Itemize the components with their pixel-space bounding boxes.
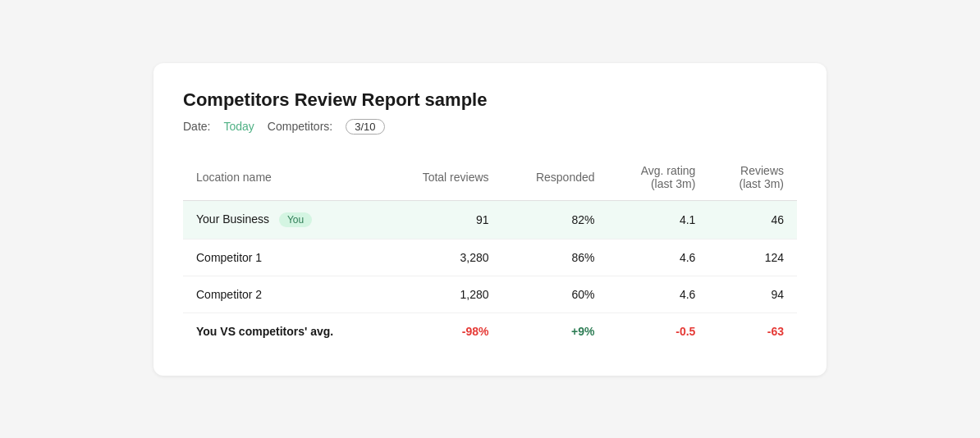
col-header-location: Location name — [183, 154, 387, 201]
cell-total-reviews: 1,280 — [387, 276, 502, 313]
cell-total-reviews: 91 — [387, 200, 502, 239]
table-row: Competitor 1 3,280 86% 4.6 124 — [183, 239, 797, 276]
cell-vs-responded: +9% — [502, 313, 608, 349]
col-header-total-reviews: Total reviews — [387, 154, 502, 201]
col-header-responded: Responded — [502, 154, 608, 201]
cell-responded: 86% — [502, 239, 608, 276]
vs-total-reviews-value: -98% — [462, 325, 489, 338]
cell-location: Competitor 1 — [183, 239, 387, 276]
cell-vs-reviews-last3m: -63 — [708, 313, 797, 349]
cell-total-reviews: 3,280 — [387, 239, 502, 276]
meta-row: Date: Today Competitors: 3/10 — [183, 119, 797, 135]
date-label: Date: — [183, 120, 210, 133]
cell-reviews-last3m: 46 — [708, 200, 797, 239]
report-card: Competitors Review Report sample Date: T… — [153, 63, 827, 376]
vs-reviews-last3m-value: -63 — [767, 325, 784, 338]
col-header-reviews-last3m: Reviews(last 3m) — [708, 154, 797, 201]
cell-avg-rating: 4.6 — [608, 276, 709, 313]
competitors-badge: 3/10 — [346, 119, 384, 135]
cell-avg-rating: 4.6 — [608, 239, 709, 276]
vs-avg-rating-value: -0.5 — [675, 325, 695, 338]
vs-responded-value: +9% — [571, 325, 594, 338]
cell-vs-label: You VS competitors' avg. — [183, 313, 387, 349]
vs-competitors-row: You VS competitors' avg. -98% +9% -0.5 -… — [183, 313, 797, 349]
report-title: Competitors Review Report sample — [183, 89, 797, 111]
cell-location: Competitor 2 — [183, 276, 387, 313]
cell-vs-avg-rating: -0.5 — [608, 313, 709, 349]
business-name: Your Business — [196, 212, 269, 226]
you-badge: You — [279, 212, 312, 227]
cell-responded: 60% — [502, 276, 608, 313]
competitors-label: Competitors: — [268, 120, 332, 133]
reviews-table: Location name Total reviews Responded Av… — [183, 154, 797, 349]
table-row: Your Business You 91 82% 4.1 46 — [183, 200, 797, 239]
date-value: Today — [223, 120, 254, 133]
cell-responded: 82% — [502, 200, 608, 239]
cell-reviews-last3m: 124 — [708, 239, 797, 276]
cell-reviews-last3m: 94 — [708, 276, 797, 313]
cell-vs-total-reviews: -98% — [387, 313, 502, 349]
cell-avg-rating: 4.1 — [608, 200, 709, 239]
table-row: Competitor 2 1,280 60% 4.6 94 — [183, 276, 797, 313]
table-header-row: Location name Total reviews Responded Av… — [183, 154, 797, 201]
cell-location: Your Business You — [183, 200, 387, 239]
col-header-avg-rating: Avg. rating(last 3m) — [608, 154, 709, 201]
